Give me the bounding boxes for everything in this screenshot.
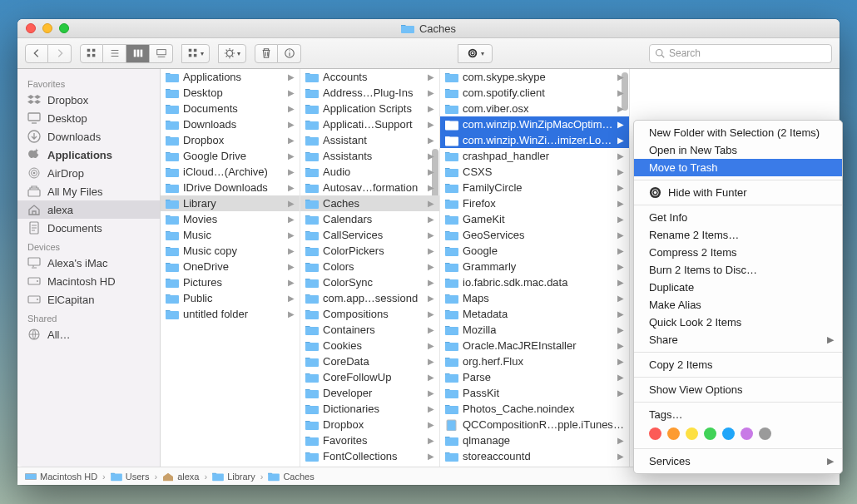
list-item[interactable]: Desktop▶: [161, 85, 300, 101]
list-item[interactable]: Dropbox▶: [300, 417, 439, 432]
column-1[interactable]: Applications▶Desktop▶Documents▶Downloads…: [161, 69, 300, 467]
list-item[interactable]: Cookies▶: [300, 338, 439, 353]
tag-color[interactable]: [667, 427, 680, 440]
list-item[interactable]: Public▶: [161, 290, 300, 306]
trash-button[interactable]: [255, 44, 278, 63]
sidebar-item-downloads[interactable]: Downloads: [17, 127, 160, 146]
menu-item-quick-look-2-items[interactable]: Quick Look 2 Items: [634, 314, 842, 331]
list-item[interactable]: Applicati…Support▶: [300, 116, 439, 132]
list-item[interactable]: PassKit▶: [440, 385, 629, 401]
list-item[interactable]: GameKit▶: [440, 211, 629, 227]
forward-button[interactable]: [48, 44, 72, 63]
list-item[interactable]: Music▶: [161, 227, 300, 243]
menu-item-new-folder-with-selection-2-items-[interactable]: New Folder with Selection (2 Items): [634, 124, 842, 141]
getinfo-button[interactable]: [278, 44, 301, 63]
list-item[interactable]: Movies▶: [161, 211, 300, 227]
list-item[interactable]: GeoServices▶: [440, 227, 629, 243]
list-item[interactable]: Calendars▶: [300, 211, 439, 227]
list-item[interactable]: Colors▶: [300, 259, 439, 274]
funter-button[interactable]: ▾: [458, 44, 493, 63]
sidebar-item-airdrop[interactable]: AirDrop: [17, 164, 160, 182]
list-item[interactable]: Application Scripts▶: [300, 101, 439, 116]
list-item[interactable]: CoreFollowUp▶: [300, 369, 439, 385]
list-item[interactable]: Favorites▶: [300, 432, 439, 448]
arrange-button[interactable]: ▾: [181, 44, 210, 63]
menu-item-share[interactable]: Share▶: [634, 331, 842, 348]
list-item[interactable]: Parse▶: [440, 369, 629, 385]
sidebar-item-alexa-s-imac[interactable]: Alexa's iMac: [17, 254, 160, 272]
sidebar-item-dropbox[interactable]: Dropbox: [17, 91, 160, 109]
list-item[interactable]: Address…Plug-Ins▶: [300, 85, 439, 101]
list-item[interactable]: Accounts▶: [300, 69, 439, 85]
list-item[interactable]: Library▶: [161, 195, 300, 211]
list-item[interactable]: com.skype.skype▶: [440, 69, 629, 85]
titlebar[interactable]: Caches: [17, 19, 840, 38]
list-item[interactable]: Pictures▶: [161, 274, 300, 290]
tag-color[interactable]: [686, 427, 698, 440]
sidebar-item-all-my-files[interactable]: All My Files: [17, 182, 160, 200]
view-gallery-button[interactable]: [150, 44, 173, 63]
list-item[interactable]: Containers▶: [300, 322, 439, 338]
list-item[interactable]: CoreData▶: [300, 353, 439, 369]
list-item[interactable]: Developer▶: [300, 385, 439, 401]
sidebar-item-all-[interactable]: All…: [17, 325, 160, 343]
column-3[interactable]: com.skype.skype▶com.spotify.client▶com.v…: [440, 69, 630, 467]
list-item[interactable]: Photos_Cache.noindex: [440, 401, 629, 417]
sidebar[interactable]: FavoritesDropboxDesktopDownloadsApplicat…: [17, 69, 161, 467]
search-field[interactable]: Search: [649, 44, 832, 63]
list-item[interactable]: Firefox▶: [440, 195, 629, 211]
tag-color[interactable]: [649, 427, 661, 440]
tag-color[interactable]: [722, 427, 735, 440]
path-segment[interactable]: alexa: [162, 472, 199, 482]
list-item[interactable]: QCCompositionR…pple.iTunes.cac: [440, 417, 629, 432]
tag-color[interactable]: [741, 427, 753, 440]
list-item[interactable]: Audio▶: [300, 164, 439, 180]
column-2[interactable]: Accounts▶Address…Plug-Ins▶Application Sc…: [300, 69, 440, 467]
list-item[interactable]: Assistants▶: [300, 148, 439, 164]
list-item[interactable]: Autosav…formation▶: [300, 180, 439, 195]
tag-color[interactable]: [704, 427, 716, 440]
menu-item-services[interactable]: Services▶: [634, 452, 842, 470]
list-item[interactable]: com.winzip.WinZipMacOptimizer▶: [440, 116, 629, 132]
menu-item-rename-2-items-[interactable]: Rename 2 Items…: [634, 226, 842, 244]
path-segment[interactable]: Macintosh HD: [25, 472, 97, 482]
list-item[interactable]: Grammarly▶: [440, 259, 629, 274]
list-item[interactable]: Assistant▶: [300, 132, 439, 148]
sidebar-item-elcapitan[interactable]: ElCapitan: [17, 290, 160, 309]
sidebar-item-desktop[interactable]: Desktop: [17, 109, 160, 127]
menu-item-open-in-new-tabs[interactable]: Open in New Tabs: [634, 141, 842, 159]
sidebar-item-applications[interactable]: Applications: [17, 146, 160, 164]
list-item[interactable]: storeassetd▶: [440, 464, 629, 467]
view-icons-button[interactable]: [80, 44, 103, 63]
list-item[interactable]: Downloads▶: [161, 116, 300, 132]
menu-item-move-to-trash[interactable]: Move to Trash: [634, 159, 842, 176]
list-item[interactable]: Documents▶: [161, 101, 300, 116]
path-segment[interactable]: Caches: [268, 472, 314, 482]
list-item[interactable]: iCloud…(Archive)▶: [161, 164, 300, 180]
path-segment[interactable]: Library: [212, 472, 255, 482]
list-item[interactable]: CallServices▶: [300, 227, 439, 243]
menu-item-compress-2-items[interactable]: Compress 2 Items: [634, 244, 842, 261]
list-item[interactable]: ColorSync▶: [300, 274, 439, 290]
list-item[interactable]: Google▶: [440, 243, 629, 259]
list-item[interactable]: Dropbox▶: [161, 132, 300, 148]
list-item[interactable]: CSXS▶: [440, 164, 629, 180]
view-list-button[interactable]: [103, 44, 126, 63]
menu-item-get-info[interactable]: Get Info: [634, 209, 842, 226]
list-item[interactable]: FamilyCircle▶: [440, 180, 629, 195]
sidebar-item-documents[interactable]: Documents: [17, 219, 160, 237]
list-item[interactable]: IDrive Downloads▶: [161, 180, 300, 195]
tag-color[interactable]: [759, 427, 771, 440]
menu-item-burn-2-items-to-disc-[interactable]: Burn 2 Items to Disc…: [634, 261, 842, 279]
list-item[interactable]: crashpad_handler▶: [440, 148, 629, 164]
list-item[interactable]: Maps▶: [440, 290, 629, 306]
list-item[interactable]: Applications▶: [161, 69, 300, 85]
path-segment[interactable]: Users: [111, 472, 150, 482]
list-item[interactable]: org.herf.Flux▶: [440, 353, 629, 369]
list-item[interactable]: Google Drive▶: [161, 148, 300, 164]
list-item[interactable]: Compositions▶: [300, 306, 439, 322]
menu-item-make-alias[interactable]: Make Alias: [634, 296, 842, 314]
list-item[interactable]: io.fabric.sdk.mac.data▶: [440, 274, 629, 290]
list-item[interactable]: Mozilla▶: [440, 322, 629, 338]
list-item[interactable]: untitled folder▶: [161, 306, 300, 322]
